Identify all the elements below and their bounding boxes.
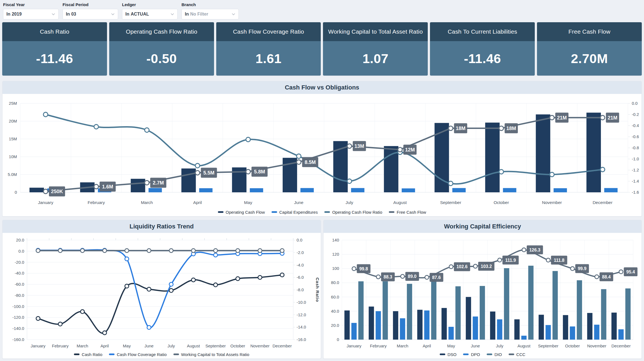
svg-text:March: March xyxy=(397,343,408,348)
svg-text:-160.0: -160.0 xyxy=(12,337,24,342)
legend-swatch xyxy=(487,353,492,355)
legend-label: Cash Ratio xyxy=(82,352,102,357)
svg-text:May: May xyxy=(123,343,131,348)
series-cash-ratio xyxy=(36,273,284,335)
svg-text:April: April xyxy=(423,343,431,348)
svg-text:March: March xyxy=(141,200,153,205)
filter-fiscal-year: Fiscal Year In2019 xyxy=(3,2,59,19)
legend-item-dpo[interactable]: DPO xyxy=(463,352,480,357)
svg-text:July: July xyxy=(345,200,353,205)
legend-item-free-cash-flow[interactable]: Free Cash Flow xyxy=(389,210,426,215)
svg-text:June: June xyxy=(471,343,480,348)
panel-working-capital-efficiency: Working Capital Efficiency 020.040.060.0… xyxy=(323,220,642,359)
svg-text:-100.0: -100.0 xyxy=(12,304,24,309)
svg-text:November: November xyxy=(250,343,270,348)
kpi-title: Operating Cash Flow Ratio xyxy=(109,22,214,41)
svg-text:10M: 10M xyxy=(9,154,17,159)
kpi-value: 1.07 xyxy=(323,41,428,76)
svg-text:September: September xyxy=(440,200,461,205)
fiscal-year-dropdown[interactable]: In2019 xyxy=(3,9,59,19)
svg-text:5.0M: 5.0M xyxy=(8,172,17,177)
legend-label: CCC xyxy=(516,352,526,357)
svg-text:18M: 18M xyxy=(506,126,516,131)
svg-text:126.3: 126.3 xyxy=(529,248,540,252)
legend-item-cash-ratio[interactable]: Cash Ratio xyxy=(74,352,102,357)
svg-text:-140.0: -140.0 xyxy=(12,326,24,331)
svg-text:March: March xyxy=(77,343,88,348)
svg-text:99.9: 99.9 xyxy=(578,266,586,271)
svg-text:February: February xyxy=(52,343,69,348)
svg-text:87.6: 87.6 xyxy=(432,275,441,280)
legend-label: Free Cash Flow xyxy=(397,210,426,215)
legend-swatch xyxy=(509,353,514,355)
filter-label: Branch xyxy=(181,2,239,7)
filter-prefix: In xyxy=(6,12,10,17)
kpi-value: 1.61 xyxy=(216,41,321,76)
legend-item-ccc[interactable]: CCC xyxy=(509,352,526,357)
series-working-capital-to-total-assets-ratio xyxy=(36,249,284,253)
legend-item-cash-flow-coverage-ratio[interactable]: Cash Flow Coverage Ratio xyxy=(109,352,166,357)
svg-text:15M: 15M xyxy=(9,136,17,141)
svg-text:0: 0 xyxy=(337,337,339,342)
branch-dropdown[interactable]: InNo Filter xyxy=(181,9,239,19)
svg-text:July: July xyxy=(496,343,503,348)
filter-prefix: In xyxy=(125,12,129,17)
svg-text:June: June xyxy=(294,200,304,205)
svg-text:April: April xyxy=(193,200,202,205)
kpi-title: Cash Ratio xyxy=(2,22,107,41)
chart-title-working-capital-efficiency: Working Capital Efficiency xyxy=(324,220,641,233)
legend-item-dso[interactable]: DSO xyxy=(440,352,457,357)
legend-item-operating-cash-flow-ratio[interactable]: Operating Cash Flow Ratio xyxy=(324,210,382,215)
svg-text:May: May xyxy=(244,200,252,205)
svg-text:-1.2: -1.2 xyxy=(632,168,639,172)
filter-ledger: Ledger InACTUAL xyxy=(122,2,178,19)
kpi-title: Cash Flow Coverage Ratio xyxy=(216,22,321,41)
legend-item-operating-cash-flow[interactable]: Operating Cash Flow xyxy=(218,210,265,215)
svg-text:-80.0: -80.0 xyxy=(15,293,24,298)
fiscal-period-dropdown[interactable]: In03 xyxy=(63,9,118,19)
cash-flow-vs-obligations-chart: 25M20M15M10M5.0M00.0-0.2-0.4-0.6-0.8-1.0… xyxy=(3,94,642,208)
ledger-dropdown[interactable]: InACTUAL xyxy=(122,9,178,19)
svg-text:120: 120 xyxy=(332,252,339,257)
panel-liquidity-ratios-trend: Liquidity Ratios Trend 20.00.0-20.0-40.0… xyxy=(2,220,321,359)
svg-text:60.0: 60.0 xyxy=(331,295,339,299)
svg-text:0.0: 0.0 xyxy=(297,238,302,242)
svg-text:18M: 18M xyxy=(456,126,466,131)
filter-value: 03 xyxy=(71,12,76,17)
legend-label: Working Capital to Total Assets Ratio xyxy=(181,352,249,357)
legend-item-capital-expenditures[interactable]: Capital Expenditures xyxy=(272,210,318,215)
svg-text:January: January xyxy=(31,343,46,348)
filter-label: Ledger xyxy=(122,2,178,7)
svg-text:88.3: 88.3 xyxy=(384,275,392,279)
svg-text:November: November xyxy=(542,200,562,205)
svg-text:40.0: 40.0 xyxy=(331,309,339,313)
svg-text:August: August xyxy=(393,200,407,205)
legend-item-working-capital-to-total-assets-ratio[interactable]: Working Capital to Total Assets Ratio xyxy=(173,352,249,357)
svg-text:8.5M: 8.5M xyxy=(305,160,316,165)
cash-flow-chart-legend: Operating Cash FlowCapital ExpendituresO… xyxy=(3,208,641,216)
svg-text:-1.6: -1.6 xyxy=(632,190,639,195)
svg-text:-20.0: -20.0 xyxy=(15,260,24,265)
svg-text:103.2: 103.2 xyxy=(481,264,492,269)
svg-text:0.0: 0.0 xyxy=(632,101,638,106)
filter-prefix: In xyxy=(66,12,70,17)
kpi-title: Working Capital to Total Asset Ratio xyxy=(323,22,428,41)
panel-cash-flow-vs-obligations: Cash Flow vs Obligations 25M20M15M10M5.0… xyxy=(2,81,642,216)
svg-text:December: December xyxy=(611,343,631,348)
chart-title-cash-flow-vs-obligations: Cash Flow vs Obligations xyxy=(3,81,641,94)
filter-value: 2019 xyxy=(12,12,22,17)
legend-item-dio[interactable]: DIO xyxy=(487,352,502,357)
legend-label: DSO xyxy=(447,352,457,357)
legend-swatch xyxy=(218,211,223,213)
legend-swatch xyxy=(463,353,469,355)
legend-swatch xyxy=(173,353,179,355)
svg-text:April: April xyxy=(100,343,109,348)
filter-label: Fiscal Period xyxy=(63,2,118,7)
svg-text:21M: 21M xyxy=(608,115,617,121)
dashboard-page: { "filters": [ {"label":"Fiscal Year","p… xyxy=(0,0,644,361)
legend-label: Operating Cash Flow xyxy=(226,210,265,215)
svg-text:95.4: 95.4 xyxy=(626,270,635,274)
svg-text:-0.4: -0.4 xyxy=(632,123,639,128)
svg-text:100: 100 xyxy=(332,266,339,271)
kpi-value: -11.46 xyxy=(2,41,107,76)
